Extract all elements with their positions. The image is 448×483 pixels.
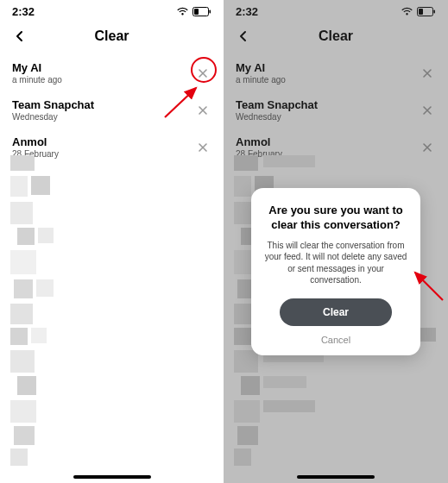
cancel-button[interactable]: Cancel [263,335,408,345]
confirm-dialog: Are you sure you want to clear this conv… [251,188,420,355]
item-name: My AI [12,61,62,74]
close-icon[interactable] [194,102,211,119]
redacted-area [5,155,218,478]
header: Clear [0,22,224,54]
status-bar: 2:32 [0,0,224,22]
close-icon[interactable] [194,139,211,156]
close-icon[interactable] [194,65,211,82]
home-indicator [73,475,151,479]
status-time: 2:32 [12,5,35,18]
item-subtitle: Wednesday [12,112,94,122]
status-right [176,7,211,16]
phone-right: 2:32 Clear My AI a minute ago [224,0,448,483]
clear-button[interactable]: Clear [280,298,392,326]
page-title: Clear [94,28,129,44]
list-item[interactable]: Team Snapchat Wednesday [0,91,224,129]
item-subtitle: a minute ago [12,75,62,85]
dialog-body: This will clear the conversation from yo… [263,240,408,286]
home-indicator [297,475,375,479]
item-name: Anmol [12,135,59,148]
dialog-title: Are you sure you want to clear this conv… [263,204,408,233]
phone-left: 2:32 Clear My AI a minute ago [0,0,224,483]
wifi-icon [176,7,189,16]
back-button[interactable] [10,27,29,46]
list-item[interactable]: My AI a minute ago [0,54,224,91]
battery-icon [192,7,211,16]
svg-rect-1 [194,9,199,15]
item-name: Team Snapchat [12,98,94,111]
svg-rect-2 [210,10,211,14]
conversation-list: My AI a minute ago Team Snapchat Wednesd… [0,54,224,166]
